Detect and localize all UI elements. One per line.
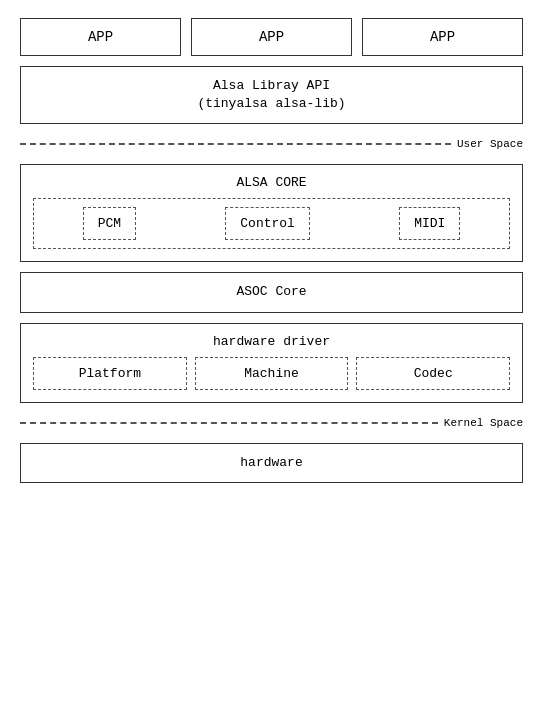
- app-label-3: APP: [430, 29, 455, 45]
- app-box-3: APP: [362, 18, 523, 56]
- alsa-core-box: ALSA CORE PCM Control MIDI: [20, 164, 523, 262]
- diagram-container: APP APP APP Alsa Libray API(tinyalsa als…: [20, 10, 523, 491]
- kernel-space-label: Kernel Space: [444, 417, 523, 429]
- hardware-label: hardware: [240, 455, 302, 470]
- alsa-core-control: Control: [225, 207, 310, 240]
- hw-codec: Codec: [356, 357, 510, 390]
- app-label-1: APP: [88, 29, 113, 45]
- hw-driver-box: hardware driver Platform Machine Codec: [20, 323, 523, 403]
- hw-machine: Machine: [195, 357, 349, 390]
- hw-driver-title: hardware driver: [33, 334, 510, 349]
- alsa-core-midi: MIDI: [399, 207, 460, 240]
- hw-platform: Platform: [33, 357, 187, 390]
- alsa-lib-box: Alsa Libray API(tinyalsa alsa-lib): [20, 66, 523, 124]
- alsa-core-pcm: PCM: [83, 207, 136, 240]
- user-space-label: User Space: [457, 138, 523, 150]
- alsa-core-items-row: PCM Control MIDI: [33, 198, 510, 249]
- user-space-dashed-line: [20, 143, 451, 145]
- kernel-space-row: Kernel Space: [20, 417, 523, 429]
- alsa-core-title: ALSA CORE: [33, 175, 510, 190]
- asoc-core-label: ASOC Core: [236, 284, 306, 299]
- user-space-row: User Space: [20, 138, 523, 150]
- hardware-box: hardware: [20, 443, 523, 483]
- asoc-core-box: ASOC Core: [20, 272, 523, 312]
- app-box-2: APP: [191, 18, 352, 56]
- alsa-lib-label: Alsa Libray API(tinyalsa alsa-lib): [197, 78, 345, 111]
- kernel-space-dashed-line: [20, 422, 438, 424]
- app-row: APP APP APP: [20, 18, 523, 56]
- app-box-1: APP: [20, 18, 181, 56]
- hw-items-row: Platform Machine Codec: [33, 357, 510, 390]
- app-label-2: APP: [259, 29, 284, 45]
